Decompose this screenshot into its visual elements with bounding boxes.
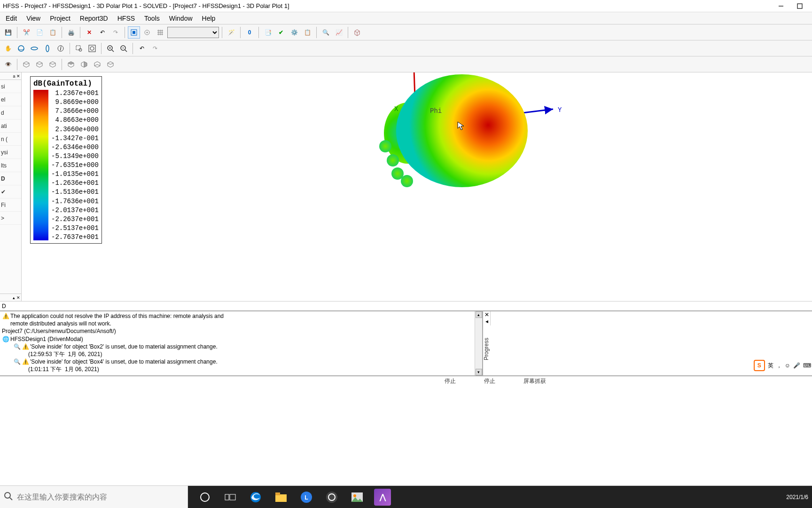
ime-mic-icon[interactable]: 🎤 — [793, 362, 800, 369]
scroll-up-icon[interactable]: ▴ — [476, 311, 482, 318]
screenshot-button[interactable]: 屏幕抓获 — [521, 377, 549, 385]
svg-line-16 — [112, 50, 114, 52]
3d-viewport[interactable]: dB(GainTotal) 1.2367e+001 9.8669e+000 7.… — [22, 72, 812, 301]
progress-close[interactable]: ✕◂ — [483, 311, 491, 325]
side-lobe — [387, 154, 399, 167]
warning-icon: ⚠️ — [2, 312, 9, 320]
tree-stub: n ( — [0, 133, 21, 146]
window-title: HFSS - Project7 - HFSSDesign1 - 3D Polar… — [3, 2, 772, 9]
units-combo[interactable] — [167, 27, 219, 38]
maximize-button[interactable] — [790, 0, 809, 12]
panel-tab-d[interactable]: D — [0, 301, 812, 310]
zoom-fit-icon[interactable] — [86, 42, 98, 55]
tree-stub: ati — [0, 119, 21, 133]
back-view-icon[interactable] — [104, 58, 117, 71]
svg-point-34 — [326, 492, 337, 503]
sogou-icon[interactable]: S — [754, 360, 765, 371]
ime-sep: ， — [776, 362, 782, 370]
menu-project[interactable]: Project — [45, 14, 75, 23]
app-image-icon[interactable] — [349, 489, 366, 506]
iso-view-icon[interactable] — [20, 58, 32, 71]
menu-tools[interactable]: Tools — [140, 14, 164, 23]
side-lobe — [401, 175, 413, 187]
svg-point-8 — [46, 45, 49, 52]
menu-window[interactable]: Window — [164, 14, 197, 23]
orbit-x-icon[interactable] — [28, 42, 40, 55]
app-grey-icon[interactable] — [323, 489, 340, 506]
ime-keyboard-icon[interactable]: ⌨ — [803, 362, 811, 369]
scrollbar[interactable]: ▴ ▾ — [475, 311, 482, 375]
legend-value: -2.6346e+000 — [51, 144, 99, 151]
tree-stub: d — [0, 106, 21, 119]
menu-edit[interactable]: Edit — [1, 14, 22, 23]
hfss-app-icon[interactable]: ⋀ — [374, 489, 391, 506]
menu-help[interactable]: Help — [197, 14, 220, 23]
legend-value: -1.7636e+001 — [51, 198, 99, 205]
analyze-icon[interactable]: ⚙️ — [288, 26, 300, 39]
stop-button[interactable]: 停止 — [481, 377, 498, 385]
save-icon[interactable]: 💾 — [2, 26, 14, 39]
scroll-down-icon[interactable]: ▾ — [476, 369, 482, 375]
wand-icon[interactable]: 🪄 — [225, 26, 237, 39]
app-blue-icon[interactable]: L — [298, 489, 315, 506]
delete-icon[interactable]: ✕ — [83, 26, 95, 39]
find-icon[interactable]: 🔍 — [320, 26, 332, 39]
svg-line-25 — [10, 498, 12, 500]
menu-hfss[interactable]: HFSS — [113, 14, 140, 23]
ime-emoji-icon[interactable]: ☺ — [785, 362, 790, 369]
taskbar-search[interactable] — [0, 486, 188, 508]
panel2-pin-icon[interactable]: ▴ ✕ — [0, 294, 21, 301]
visibility-icon[interactable]: 👁️ — [2, 58, 14, 71]
minimize-button[interactable] — [772, 0, 790, 12]
paste-icon[interactable]: 📋 — [47, 26, 59, 39]
ime-lang[interactable]: 英 — [768, 362, 773, 370]
taskview-icon[interactable] — [222, 489, 239, 506]
zoom-out-icon[interactable] — [117, 42, 130, 55]
orbit-icon[interactable] — [15, 42, 27, 55]
cube3d-icon[interactable] — [351, 26, 363, 39]
zoom-window-icon[interactable] — [73, 42, 85, 55]
plot-icon[interactable]: 📈 — [333, 26, 345, 39]
iso-view2-icon[interactable] — [33, 58, 46, 71]
menu-view[interactable]: View — [22, 14, 45, 23]
sheet-icon[interactable]: 📑 — [262, 26, 274, 39]
print-icon[interactable]: 🖨️ — [65, 26, 77, 39]
redo-view-icon[interactable]: ↷ — [149, 42, 161, 55]
legend-value: 2.3660e+000 — [51, 126, 99, 133]
pan-icon[interactable]: ✋ — [2, 42, 14, 55]
stop-button[interactable]: 停止 — [442, 377, 459, 385]
edge-icon[interactable] — [247, 489, 264, 506]
top-view-icon[interactable] — [91, 58, 103, 71]
search-input[interactable] — [17, 493, 184, 501]
svg-text:L: L — [304, 494, 308, 501]
progress-label: Progress — [483, 330, 491, 368]
zoom-in-icon[interactable] — [104, 42, 117, 55]
copy-icon[interactable]: 📄 — [33, 26, 46, 39]
clipboard-icon[interactable]: 📋 — [301, 26, 313, 39]
info-icon[interactable]: i — [55, 42, 67, 55]
taskbar-apps: L ⋀ — [188, 486, 760, 508]
front-view-icon[interactable] — [65, 58, 77, 71]
project-manager-collapsed[interactable]: a ✕ si el d ati n ( ysi lts D ✔ Fi > ▴ ✕ — [0, 72, 22, 301]
redo-icon[interactable]: ↷ — [109, 26, 122, 39]
svg-rect-27 — [225, 494, 229, 500]
ime-toolbar[interactable]: S 英 ， ☺ 🎤 ⌨ — [754, 358, 811, 373]
message-log-content[interactable]: ⚠️The application could not resolve the … — [0, 311, 475, 375]
taskbar-tray[interactable]: 2021/1/6 — [760, 486, 812, 508]
menu-report3d[interactable]: Report3D — [75, 14, 113, 23]
cut-icon[interactable]: ✂️ — [20, 26, 32, 39]
iso-view3-icon[interactable] — [47, 58, 59, 71]
undo-icon[interactable]: ↶ — [96, 26, 109, 39]
cortana-icon[interactable] — [196, 489, 213, 506]
orbit-y-icon[interactable] — [41, 42, 54, 55]
main-area: a ✕ si el d ati n ( ysi lts D ✔ Fi > ▴ ✕… — [0, 72, 812, 301]
snap-grid-icon[interactable] — [154, 26, 166, 39]
validate-icon[interactable]: ✔ — [275, 26, 287, 39]
snap-point-icon[interactable] — [141, 26, 153, 39]
undo-view-icon[interactable]: ↶ — [136, 42, 148, 55]
explorer-icon[interactable] — [273, 489, 289, 506]
gridmode-icon[interactable] — [128, 26, 140, 39]
panel-pin-icon[interactable]: a ✕ — [0, 72, 21, 80]
side-view-icon[interactable] — [78, 58, 90, 71]
origin-icon[interactable]: 0 — [243, 26, 256, 39]
